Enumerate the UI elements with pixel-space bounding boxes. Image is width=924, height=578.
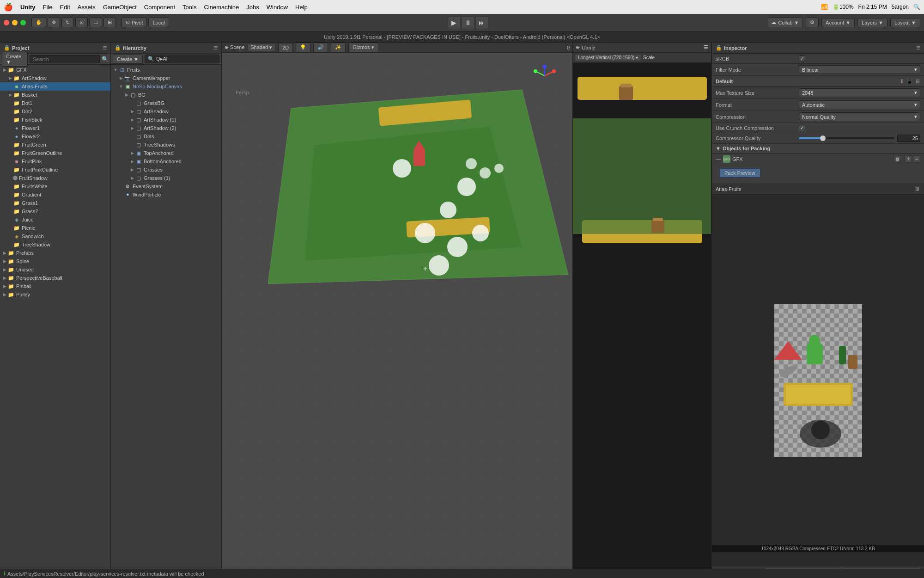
crunch-checkbox[interactable]: ✓	[799, 125, 805, 131]
menu-help[interactable]: Help	[295, 4, 308, 11]
list-item[interactable]: ▢ TreeShadows	[111, 141, 221, 149]
list-item[interactable]: ▶ 📁 Basket	[0, 91, 110, 99]
srgb-checkbox[interactable]: ✓	[799, 55, 805, 62]
list-item[interactable]: 📁 FruitGreenOutline	[0, 149, 110, 157]
list-item[interactable]: ▶ ▢ BG	[111, 91, 221, 99]
gfx-settings-btn[interactable]: ⚙	[894, 155, 901, 163]
minimize-btn[interactable]	[12, 20, 18, 25]
list-item[interactable]: ▶ 📁 Pinball	[0, 282, 110, 290]
resolution-dropdown[interactable]: Longest Vertical (720:1560) ▾	[575, 54, 641, 61]
list-item[interactable]: 📁 Dot2	[0, 107, 110, 116]
create-asset-btn[interactable]: Create ▼	[2, 52, 28, 67]
app-name[interactable]: Unity	[20, 4, 36, 11]
menu-assets[interactable]: Assets	[78, 4, 96, 11]
list-item[interactable]: ● Flower1	[0, 124, 110, 132]
rect-tool-btn[interactable]: ▭	[89, 18, 102, 27]
list-item[interactable]: ▶ ▣ BottomAnchored	[111, 157, 221, 166]
remove-obj-btn[interactable]: −	[913, 155, 920, 163]
quality-slider[interactable]: 25	[799, 135, 920, 142]
menu-window[interactable]: Window	[267, 4, 288, 11]
compression-dropdown[interactable]: Normal Quality ▾	[799, 112, 920, 121]
create-hierarchy-btn[interactable]: Create ▼	[113, 55, 143, 64]
list-item[interactable]: ▶ 📁 Spine	[0, 257, 110, 265]
scene-light-btn[interactable]: 💡	[296, 43, 310, 52]
close-btn[interactable]	[4, 20, 9, 25]
list-item[interactable]: 📁 FruitsWhite	[0, 182, 110, 191]
scene-root[interactable]: ▼ ⊞ Fruits	[111, 66, 221, 74]
maximize-btn[interactable]	[20, 20, 26, 25]
menu-jobs[interactable]: Jobs	[246, 4, 259, 11]
atlas-expand-btn[interactable]: ⊞	[914, 186, 920, 192]
play-btn[interactable]: ▶	[448, 16, 461, 29]
transform-tool-btn[interactable]: ⊞	[103, 18, 116, 27]
menu-tools[interactable]: Tools	[182, 4, 196, 11]
local-btn[interactable]: Local	[148, 18, 169, 27]
step-btn[interactable]: ⏭	[475, 16, 488, 29]
layout-btn[interactable]: Layout ▼	[890, 18, 920, 27]
atlas-fruits-item[interactable]: ■ Atlas-Fruits	[0, 82, 110, 91]
inspector-menu-icon[interactable]: ☰	[916, 45, 920, 50]
max-texture-dropdown[interactable]: 2048 ▾	[799, 88, 920, 97]
list-item[interactable]: 📁 FruitPinkOutline	[0, 166, 110, 174]
menu-file[interactable]: File	[43, 4, 53, 11]
list-item[interactable]: ▶ 📁 ArtShadow	[0, 74, 110, 82]
scene-canvas[interactable]: Persp	[222, 53, 572, 578]
menu-cinemachine[interactable]: Cinemachine	[204, 4, 239, 11]
list-item[interactable]: ▶ ▢ ArtShadow (1)	[111, 116, 221, 124]
rotate-tool-btn[interactable]: ↻	[61, 18, 74, 27]
hierarchy-menu-icon[interactable]: ☰	[213, 45, 218, 50]
scene-gizmos-btn[interactable]: Gizmos ▾	[348, 43, 378, 52]
spotlight-icon[interactable]: 🔍	[913, 4, 920, 10]
list-item[interactable]: ▶ 📷 CameraWrapper	[111, 74, 221, 82]
menu-edit[interactable]: Edit	[60, 4, 70, 11]
shading-dropdown[interactable]: Shaded ▾	[247, 43, 275, 51]
add-obj-btn[interactable]: +	[905, 155, 912, 163]
account-btn[interactable]: Account ▼	[821, 18, 855, 27]
list-item[interactable]: ■ FruitPink	[0, 157, 110, 166]
layers-btn[interactable]: Layers ▼	[857, 18, 888, 27]
list-item[interactable]: 📁 Gradient	[0, 191, 110, 199]
hand-tool-btn[interactable]: ✋	[31, 18, 46, 27]
project-search-input[interactable]	[30, 55, 100, 63]
move-tool-btn[interactable]: ✥	[48, 18, 60, 27]
list-item[interactable]: 📁 FishStick	[0, 116, 110, 124]
list-item[interactable]: ▶ ▢ Grasses	[111, 166, 221, 174]
format-dropdown[interactable]: Automatic ▾	[799, 100, 920, 109]
filter-mode-dropdown[interactable]: Bilinear ▾	[799, 65, 920, 74]
game-menu-icon[interactable]: ☰	[704, 44, 708, 50]
list-item[interactable]: ▶ ▣ TopAnchored	[111, 149, 221, 157]
services-btn[interactable]: ⚙	[806, 18, 819, 27]
list-item[interactable]: ▶ 📁 Prefabs	[0, 249, 110, 257]
pivot-btn[interactable]: ⊙ Pivot	[122, 18, 147, 27]
list-item[interactable]: ▶ 📁 PerspectiveBaseball	[0, 274, 110, 282]
list-item[interactable]: ▶ 📁 Unused	[0, 265, 110, 274]
list-item[interactable]: 📁 FruitGreen	[0, 141, 110, 149]
scene-audio-btn[interactable]: 🔊	[313, 43, 328, 52]
2d-btn[interactable]: 2D	[278, 43, 293, 52]
hierarchy-search[interactable]: 🔍 Q▸All	[145, 55, 219, 63]
list-item[interactable]: ⚙ EventSystem	[111, 182, 221, 191]
list-item[interactable]: ▶ ▢ ArtShadow	[111, 107, 221, 116]
list-item[interactable]: ▶ ▢ ArtShadow (2)	[111, 124, 221, 132]
list-item[interactable]: ▢ Dots	[111, 132, 221, 141]
list-item[interactable]: ● Flower2	[0, 132, 110, 141]
list-item[interactable]: 📁 Grass1	[0, 199, 110, 207]
list-item[interactable]: FruitShadow	[0, 174, 110, 182]
list-item[interactable]: ▶ 📁 Pulley	[0, 290, 110, 299]
panel-menu-icon[interactable]: ☰	[103, 45, 107, 50]
list-item[interactable]: 📁 Dot1	[0, 99, 110, 107]
list-item[interactable]: ✦ WindParticle	[111, 191, 221, 199]
collab-btn[interactable]: ☁ Collab ▼	[767, 18, 803, 27]
list-item[interactable]: ▼ ▣ NoSo-MockupCanvas	[111, 82, 221, 91]
scale-tool-btn[interactable]: ⊡	[75, 18, 88, 27]
apple-menu[interactable]: 🍎	[4, 3, 13, 12]
list-item[interactable]: ◈ Sandwich	[0, 232, 110, 240]
list-item[interactable]: ▶ ▢ Grasses (1)	[111, 174, 221, 182]
list-item[interactable]: ▶ 📁 GFX	[0, 66, 110, 74]
list-item[interactable]: ◈ Juice	[0, 215, 110, 224]
list-item[interactable]: 📁 TreeShadow	[0, 240, 110, 249]
slider-thumb[interactable]	[820, 135, 826, 141]
list-item[interactable]: 📁 Picnic	[0, 224, 110, 232]
menu-component[interactable]: Component	[144, 4, 175, 11]
pause-btn[interactable]: ⏸	[462, 16, 474, 29]
